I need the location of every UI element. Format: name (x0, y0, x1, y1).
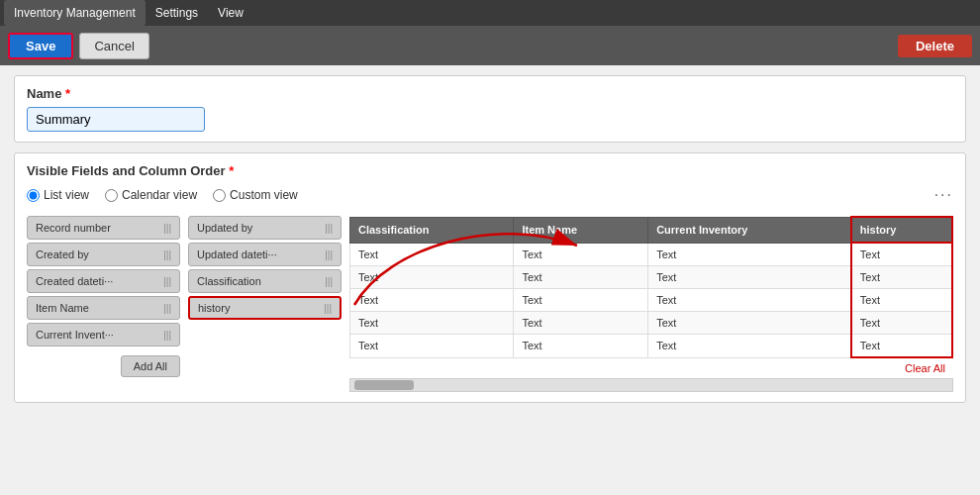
preview-table-container: Classification Item Name Current Invento… (349, 216, 953, 392)
drag-icon-4: ||| (163, 330, 171, 341)
custom-view-radio[interactable] (213, 189, 226, 202)
table-cell: Text (851, 266, 952, 289)
add-all-row: Add All (27, 355, 180, 377)
table-cell: Text (648, 312, 851, 335)
name-section: Name * (14, 75, 966, 143)
view-toggle: List view Calendar view Custom view ··· (27, 186, 953, 204)
main-content: Name * Visible Fields and Column Order *… (0, 65, 980, 495)
table-cell: Text (648, 335, 851, 358)
table-cell: Text (350, 289, 514, 312)
field-col2: Updated by ||| Updated dateti··· ||| Cla… (188, 216, 342, 392)
more-options-button[interactable]: ··· (934, 186, 953, 204)
col-header-classification: Classification (350, 217, 514, 243)
menu-view[interactable]: View (208, 0, 253, 26)
menu-bar: Inventory Management Settings View (0, 0, 980, 26)
table-row: TextTextTextText (350, 312, 953, 335)
scroll-thumb[interactable] (354, 380, 414, 390)
field-created-by[interactable]: Created by ||| (27, 243, 180, 266)
name-label: Name * (27, 86, 953, 101)
drag-icon-6: ||| (325, 249, 333, 260)
field-classification[interactable]: Classification ||| (188, 269, 342, 293)
table-cell: Text (648, 289, 851, 312)
table-cell: Text (350, 335, 514, 358)
fields-section-label: Visible Fields and Column Order * (27, 163, 953, 178)
calendar-view-radio[interactable] (105, 189, 118, 202)
table-row: TextTextTextText (350, 335, 953, 358)
table-cell: Text (514, 312, 648, 335)
table-cell: Text (514, 289, 648, 312)
field-created-datetime[interactable]: Created dateti··· ||| (27, 269, 180, 293)
drag-icon-7: ||| (325, 276, 333, 287)
menu-inventory-management[interactable]: Inventory Management (4, 0, 146, 26)
table-cell: Text (648, 243, 851, 266)
col-header-current-inventory: Current Inventory (648, 217, 851, 243)
delete-button[interactable]: Delete (898, 35, 972, 57)
list-view-option[interactable]: List view (27, 188, 89, 202)
app-container: Inventory Management Settings View Save … (0, 0, 980, 495)
drag-icon-0: ||| (163, 223, 171, 234)
toolbar-left: Save Cancel (8, 33, 149, 59)
table-cell: Text (350, 243, 514, 266)
list-view-radio[interactable] (27, 189, 40, 202)
field-updated-by[interactable]: Updated by ||| (188, 216, 342, 240)
table-cell: Text (514, 266, 648, 289)
horizontal-scrollbar[interactable] (349, 378, 953, 392)
col-header-history: history (851, 217, 952, 243)
field-current-inventory[interactable]: Current Invent··· ||| (27, 323, 180, 346)
table-cell: Text (851, 312, 952, 335)
drag-icon-1: ||| (163, 249, 171, 260)
clear-all-link[interactable]: Clear All (349, 362, 953, 374)
fields-layout: Record number ||| Created by ||| Created… (27, 216, 953, 392)
toolbar: Save Cancel Delete (0, 26, 980, 65)
table-row: TextTextTextText (350, 266, 953, 289)
table-cell: Text (648, 266, 851, 289)
fields-section: Visible Fields and Column Order * List v… (14, 152, 966, 403)
table-cell: Text (514, 243, 648, 266)
table-cell: Text (350, 312, 514, 335)
calendar-view-option[interactable]: Calendar view (105, 188, 197, 202)
table-cell: Text (851, 243, 952, 266)
add-all-button[interactable]: Add All (121, 355, 180, 377)
col-header-item-name: Item Name (514, 217, 648, 243)
cancel-button[interactable]: Cancel (79, 33, 148, 59)
field-updated-datetime[interactable]: Updated dateti··· ||| (188, 243, 342, 266)
drag-icon-3: ||| (163, 303, 171, 314)
table-cell: Text (514, 335, 648, 358)
table-row: TextTextTextText (350, 243, 953, 266)
field-col1: Record number ||| Created by ||| Created… (27, 216, 180, 392)
preview-table: Classification Item Name Current Invento… (349, 216, 953, 358)
table-row: TextTextTextText (350, 289, 953, 312)
drag-icon-8: ||| (324, 303, 332, 314)
drag-icon-5: ||| (325, 223, 333, 234)
menu-settings[interactable]: Settings (146, 0, 208, 26)
save-button[interactable]: Save (8, 33, 73, 59)
table-header-row: Classification Item Name Current Invento… (350, 217, 953, 243)
drag-icon-2: ||| (163, 276, 171, 287)
table-cell: Text (350, 266, 514, 289)
custom-view-option[interactable]: Custom view (213, 188, 298, 202)
field-history[interactable]: history ||| (188, 296, 342, 320)
table-cell: Text (851, 289, 952, 312)
field-item-name[interactable]: Item Name ||| (27, 296, 180, 320)
table-cell: Text (851, 335, 952, 358)
field-record-number[interactable]: Record number ||| (27, 216, 180, 240)
name-input[interactable] (27, 107, 205, 132)
